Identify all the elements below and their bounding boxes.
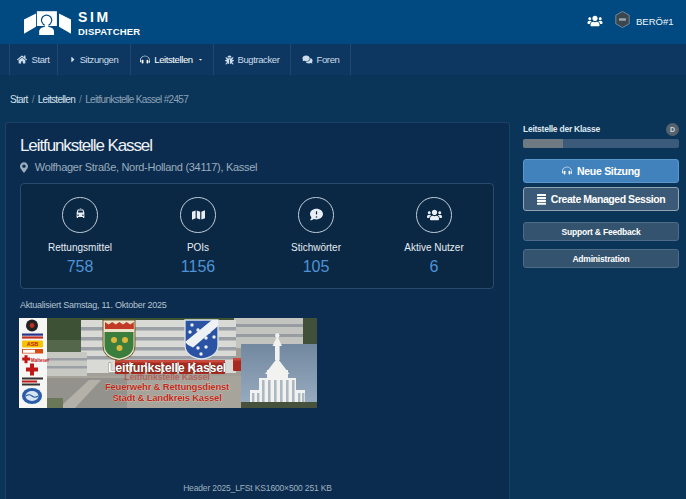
svg-text:ASB: ASB (27, 341, 39, 347)
svg-text:Stadt & Landkreis Kassel: Stadt & Landkreis Kassel (112, 392, 221, 403)
svg-text:Feuerwehr & Rettungsdienst: Feuerwehr & Rettungsdienst (105, 381, 230, 392)
svg-text:Malteser: Malteser (31, 358, 50, 363)
